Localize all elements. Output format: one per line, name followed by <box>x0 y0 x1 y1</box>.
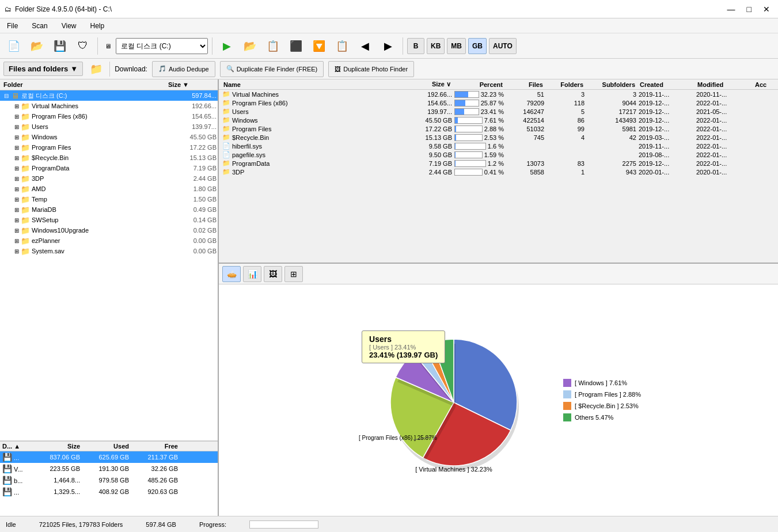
duplicate-file-finder-button[interactable]: 🔍 Duplicate File Finder (FREE) <box>220 61 324 77</box>
tree-toggle-icon[interactable]: ⊞ <box>13 112 21 120</box>
stop-button[interactable]: ⬛ <box>286 36 306 56</box>
tree-toggle-icon[interactable]: ⊞ <box>13 123 21 131</box>
tree-row[interactable]: ⊞ 📁 Users 139.97... <box>0 121 218 132</box>
drive-col-used[interactable]: Used <box>80 443 129 450</box>
drive-col-free[interactable]: Free <box>129 443 178 450</box>
col-name[interactable]: Name <box>221 81 401 88</box>
menu-help[interactable]: Help <box>88 21 107 31</box>
unit-gb[interactable]: GB <box>468 38 487 54</box>
menu-file[interactable]: File <box>5 21 20 31</box>
shield-button[interactable]: 🛡 <box>73 36 93 56</box>
file-row[interactable]: 📁 Program Files 17.22 GB 2.88 % 51032 99… <box>219 124 778 133</box>
unit-kb[interactable]: KB <box>427 38 445 54</box>
file-row[interactable]: 📁 Virtual Machines 192.66... 32.23 % 51 … <box>219 90 778 98</box>
open-button[interactable]: 📂 <box>26 36 47 56</box>
tree-toggle-icon[interactable]: ⊟ <box>2 92 10 100</box>
drive-row[interactable]: 💾 ... 1,329.5... 408.92 GB 920.63 GB <box>0 486 218 497</box>
tree-row[interactable]: ⊞ 📁 ezPlanner 0.00 GB <box>0 235 218 246</box>
tree-item-label: Virtual Machines <box>32 102 170 109</box>
filter-button[interactable]: 🔽 <box>309 36 329 56</box>
drive-col-size[interactable]: Size <box>31 443 80 450</box>
col-created[interactable]: Created <box>637 81 695 88</box>
drive-select[interactable]: 로컬 디스크 (C:) <box>116 38 208 54</box>
export-button[interactable]: 📋 <box>263 36 283 56</box>
chart-tab-grid[interactable]: ⊞ <box>284 266 303 282</box>
file-row[interactable]: 📁 Users 139.97... 23.41 % 146247 5 17217… <box>219 107 778 116</box>
chart-tab-pie[interactable]: 🥧 <box>222 266 241 282</box>
unit-auto[interactable]: AUTO <box>489 38 517 54</box>
chart-tab-bar[interactable]: 📊 <box>243 266 261 282</box>
tree-row[interactable]: ⊞ 📁 Program Files (x86) 154.65... <box>0 111 218 121</box>
tree-toggle-icon[interactable]: ⊞ <box>13 143 21 151</box>
tree-toggle-icon[interactable]: ⊞ <box>13 206 21 214</box>
save-button[interactable]: 💾 <box>50 36 70 56</box>
tree-row[interactable]: ⊞ 📁 AMD 1.80 GB <box>0 184 218 194</box>
tree-row[interactable]: ⊞ 📁 SWSetup 0.14 GB <box>0 215 218 225</box>
legend-color-recycle <box>563 402 571 410</box>
files-folders-button[interactable]: Files and folders ▼ <box>3 62 83 76</box>
col-acc[interactable]: Acc <box>753 81 776 88</box>
drive-col-d[interactable]: D... ▲ <box>2 443 31 450</box>
tree-toggle-icon[interactable]: ⊞ <box>13 226 21 234</box>
drive-row[interactable]: 💾 b... 1,464.8... 979.58 GB 485.26 GB <box>0 474 218 486</box>
tree-toggle-icon[interactable]: ⊞ <box>13 185 21 193</box>
audio-dedupe-button[interactable]: 🎵 Audio Dedupe <box>152 61 215 77</box>
close-button[interactable]: ✕ <box>760 5 773 14</box>
tree-toggle-icon[interactable]: ⊞ <box>13 216 21 224</box>
tree-row[interactable]: ⊞ 📁 Program Files 17.22 GB <box>0 142 218 153</box>
maximize-button[interactable]: □ <box>743 5 755 14</box>
folder-open-button[interactable]: 📂 <box>240 36 260 56</box>
file-row[interactable]: 📁 Windows 45.50 GB 7.61 % 422514 86 1434… <box>219 116 778 124</box>
tree-toggle-icon[interactable]: ⊞ <box>13 247 21 255</box>
unit-mb[interactable]: MB <box>447 38 466 54</box>
tree-toggle-icon[interactable]: ⊞ <box>13 154 21 162</box>
tree-toggle-icon[interactable]: ⊞ <box>13 195 21 203</box>
col-size[interactable]: Size ∨ <box>401 81 453 88</box>
menu-scan[interactable]: Scan <box>29 21 50 31</box>
tree-row[interactable]: ⊞ 📁 ProgramData 7.19 GB <box>0 163 218 173</box>
tree-row[interactable]: ⊞ 📁 Windows 45.50 GB <box>0 132 218 142</box>
col-files[interactable]: Files <box>505 81 545 88</box>
file-cell-name: 📁 Program Files (x86) <box>221 99 401 107</box>
unit-b[interactable]: B <box>407 38 424 54</box>
file-row[interactable]: 📁 3DP 2.44 GB 0.41 % 5858 1 943 2020-01-… <box>219 168 778 176</box>
tree-toggle-icon[interactable]: ⊞ <box>13 174 21 183</box>
tree-row[interactable]: ⊞ 📁 System.sav 0.00 GB <box>0 246 218 256</box>
file-cell-pct: 2.53 % <box>453 134 505 141</box>
drive-icon: 🖥 <box>102 40 113 52</box>
file-row[interactable]: 📁 ProgramData 7.19 GB 1.2 % 13073 83 227… <box>219 159 778 168</box>
tree-row[interactable]: ⊞ 📁 $Recycle.Bin 15.13 GB <box>0 153 218 163</box>
tree-row[interactable]: ⊟ 🖥 로컬 디스크 (C:) 597.84... <box>0 90 218 101</box>
tree-row[interactable]: ⊞ 📁 Temp 1.50 GB <box>0 194 218 204</box>
tree-toggle-icon[interactable]: ⊞ <box>13 237 21 245</box>
duplicate-photo-finder-button[interactable]: 🖼 Duplicate Photo Finder <box>328 61 414 77</box>
menu-view[interactable]: View <box>59 21 79 31</box>
tree-toggle-icon[interactable]: ⊞ <box>13 102 21 110</box>
tree-row[interactable]: ⊞ 📁 3DP 2.44 GB <box>0 173 218 184</box>
file-row[interactable]: 📁 Program Files (x86) 154.65... 25.87 % … <box>219 98 778 107</box>
drive-row[interactable]: 💾 ... 837.06 GB 625.69 GB 211.37 GB <box>0 451 218 463</box>
drive-row[interactable]: 💾 V... 223.55 GB 191.30 GB 32.26 GB <box>0 463 218 474</box>
tree-row[interactable]: ⊞ 📁 MariaDB 0.49 GB <box>0 204 218 215</box>
folder-view-button[interactable]: 📁 <box>88 61 105 77</box>
chart-tab-photo[interactable]: 🖼 <box>264 266 282 282</box>
file-row[interactable]: 📄 pagefile.sys 9.50 GB 1.59 % 2019-08-..… <box>219 150 778 159</box>
play-button[interactable]: ▶ <box>217 36 237 56</box>
col-percent[interactable]: Percent <box>453 81 505 88</box>
tree-item-size: 0.49 GB <box>170 206 217 213</box>
copy-button[interactable]: 📋 <box>332 36 352 56</box>
pct-bar-fill <box>455 152 456 158</box>
tree-row[interactable]: ⊞ 📁 Virtual Machines 192.66... <box>0 101 218 111</box>
forward-button[interactable]: ▶ <box>378 36 399 56</box>
back-button[interactable]: ◀ <box>355 36 375 56</box>
file-row[interactable]: 📄 hiberfil.sys 9.58 GB 1.6 % 2019-11-...… <box>219 142 778 150</box>
tree-toggle-icon[interactable]: ⊞ <box>13 164 21 172</box>
new-button[interactable]: 📄 <box>3 36 24 56</box>
tree-toggle-icon[interactable]: ⊞ <box>13 133 21 141</box>
tree-row[interactable]: ⊞ 📁 Windows10Upgrade 0.02 GB <box>0 225 218 235</box>
col-subfolders[interactable]: Subfolders <box>586 81 637 88</box>
minimize-button[interactable]: — <box>724 5 739 14</box>
file-row[interactable]: 📁 $Recycle.Bin 15.13 GB 2.53 % 745 4 42 … <box>219 133 778 142</box>
col-folders[interactable]: Folders <box>545 81 586 88</box>
col-modified[interactable]: Modified <box>695 81 753 88</box>
